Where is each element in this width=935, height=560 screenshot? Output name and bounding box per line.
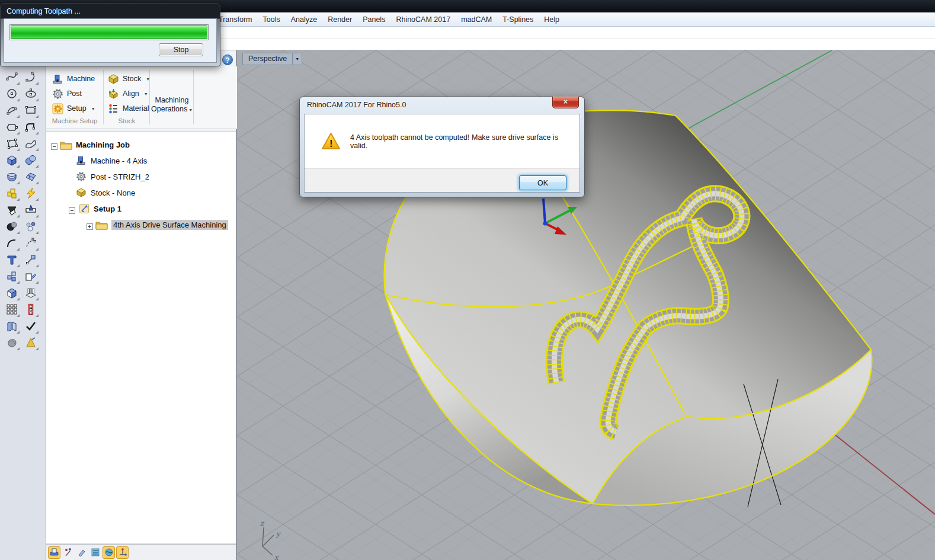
material-button[interactable]: Material — [108, 101, 149, 116]
tree-label: 4th Axis Drive Surface Machining — [111, 220, 228, 230]
fillet-curve-icon[interactable] — [4, 235, 20, 251]
group-label-stock: Stock — [105, 117, 148, 124]
box-icon[interactable] — [4, 152, 20, 168]
trim-icon[interactable] — [4, 202, 20, 217]
post-button-label: Post — [67, 89, 82, 98]
close-button[interactable]: × — [552, 97, 579, 108]
menu-madcam[interactable]: madCAM — [456, 14, 497, 25]
svg-text:!: ! — [329, 138, 333, 149]
machining-operations-label-2: Operations — [151, 105, 187, 113]
move-point-icon[interactable] — [23, 252, 39, 267]
tree-label: Machining Job — [76, 140, 130, 149]
align-button-label: Align — [123, 89, 139, 98]
error-message: 4 Axis toolpath cannot be computed! Make… — [350, 133, 579, 150]
help-icon[interactable]: ? — [222, 55, 233, 65]
ellipse-icon[interactable] — [23, 86, 39, 101]
visibility-icon[interactable] — [4, 318, 20, 334]
ok-button-label: OK — [537, 179, 548, 187]
blocks-icon[interactable] — [4, 268, 20, 284]
menu-help[interactable]: Help — [539, 14, 565, 25]
stop-button[interactable]: Stop — [159, 43, 203, 56]
tree-item-setup-1[interactable]: Setup 1 — [46, 201, 236, 216]
tree-item-machine[interactable]: Machine - 4 Axis — [46, 153, 236, 168]
setup-button-label: Setup — [67, 104, 87, 113]
curve-points-icon[interactable] — [4, 69, 20, 85]
tools-view-icon[interactable] — [62, 546, 74, 559]
point-cloud-icon[interactable] — [23, 219, 39, 234]
tree-item-machining-job[interactable]: Machining Job — [46, 137, 236, 152]
rectangle-icon[interactable] — [23, 103, 39, 118]
collapse-icon[interactable] — [51, 142, 57, 148]
warning-icon: ! — [321, 132, 341, 151]
folder-icon — [95, 219, 108, 231]
text-icon[interactable] — [4, 252, 20, 267]
menu-render[interactable]: Render — [322, 14, 357, 25]
patch-surface-icon[interactable] — [23, 136, 39, 151]
post-button[interactable]: Post — [52, 87, 82, 101]
post-icon — [52, 88, 63, 100]
rhinocam-error-dialog: RhinoCAM 2017 For Rhino5.0 × ! 4 Axis to… — [299, 97, 585, 197]
dropdown-arrow-icon: ▼ — [144, 92, 148, 96]
arc-icon[interactable] — [4, 103, 20, 118]
curve-handles-icon[interactable] — [23, 69, 39, 85]
surface-from-points-icon[interactable] — [4, 136, 20, 151]
machining-operations-button[interactable]: Machining Operations▼ — [151, 96, 193, 114]
simulate-view-toggle-icon[interactable] — [103, 546, 115, 559]
align-button[interactable]: Align ▼ — [108, 87, 148, 101]
menu-panels[interactable]: Panels — [357, 14, 390, 25]
tree-label: Machine - 4 Axis — [91, 156, 147, 165]
expand-icon[interactable] — [87, 222, 93, 228]
boolean-icon[interactable] — [4, 185, 20, 201]
gold-cone-icon[interactable] — [23, 335, 39, 350]
ok-button[interactable]: OK — [519, 175, 566, 190]
collapse-icon[interactable] — [69, 206, 75, 212]
linear-array-icon[interactable] — [23, 302, 39, 317]
circle-icon[interactable] — [4, 86, 20, 101]
machine-view-toggle-icon[interactable] — [48, 546, 60, 559]
explode-icon[interactable] — [23, 185, 39, 201]
computing-toolpath-dialog: Computing Toolpath ... Stop — [0, 3, 220, 66]
edit-view-icon[interactable] — [75, 546, 88, 559]
grid-array-icon[interactable] — [4, 302, 20, 317]
setup-tree-icon — [78, 203, 90, 215]
menu-analyze[interactable]: Analyze — [286, 14, 322, 25]
sphere-icon[interactable] — [23, 152, 39, 168]
revolve-icon[interactable] — [4, 169, 20, 184]
check-icon[interactable] — [23, 318, 39, 334]
polygon-icon[interactable] — [4, 119, 20, 135]
rebuild-curve-icon[interactable] — [23, 235, 39, 251]
setup-icon — [52, 103, 63, 114]
list-view-icon[interactable] — [89, 546, 101, 559]
boolean-difference-icon[interactable] — [4, 219, 20, 234]
menu-tools[interactable]: Tools — [258, 14, 286, 25]
tree-label: Setup 1 — [94, 204, 121, 213]
stone-object-icon[interactable] — [4, 335, 20, 350]
viewport-tab-label: Perspective — [243, 53, 292, 65]
machine-button[interactable]: Machine — [52, 72, 95, 86]
split-icon[interactable] — [23, 202, 39, 217]
dropdown-arrow-icon: ▼ — [146, 77, 150, 81]
material-icon — [108, 103, 119, 114]
align-icon — [108, 88, 119, 100]
curve-blend-icon[interactable] — [23, 119, 39, 135]
viewport-tab-perspective[interactable]: Perspective ▼ — [242, 53, 302, 65]
tree-item-stock[interactable]: Stock - None — [46, 185, 236, 200]
extrude-icon[interactable] — [4, 285, 20, 300]
menu-rhinocam-2017[interactable]: RhinoCAM 2017 — [390, 14, 456, 25]
group-label-machine-setup: Machine Setup — [49, 117, 101, 124]
rhino-toolbar-sidebar — [0, 50, 46, 560]
edit-block-icon[interactable] — [23, 268, 39, 284]
tree-item-4th-axis-drive-surface-machining[interactable]: 4th Axis Drive Surface Machining — [46, 217, 236, 232]
surface-mesh-icon[interactable] — [23, 169, 39, 184]
tree-label: Stock - None — [91, 188, 135, 197]
viewport-menu-arrow[interactable]: ▼ — [292, 53, 302, 65]
rhinocam-machining-browser: ? Machine Post Setup ▼ Machine Setup Sto — [46, 50, 237, 560]
tree-item-post[interactable]: Post - STRIZH_2 — [46, 169, 236, 184]
stock-button[interactable]: Stock ▼ — [108, 72, 150, 86]
machine-axes-toggle-icon[interactable] — [116, 546, 129, 559]
menu-t-splines[interactable]: T-Splines — [497, 14, 539, 25]
material-button-label: Material — [123, 104, 149, 113]
setup-button[interactable]: Setup ▼ — [52, 101, 95, 116]
stock-button-label: Stock — [123, 75, 141, 83]
cage-edit-icon[interactable] — [23, 285, 39, 300]
